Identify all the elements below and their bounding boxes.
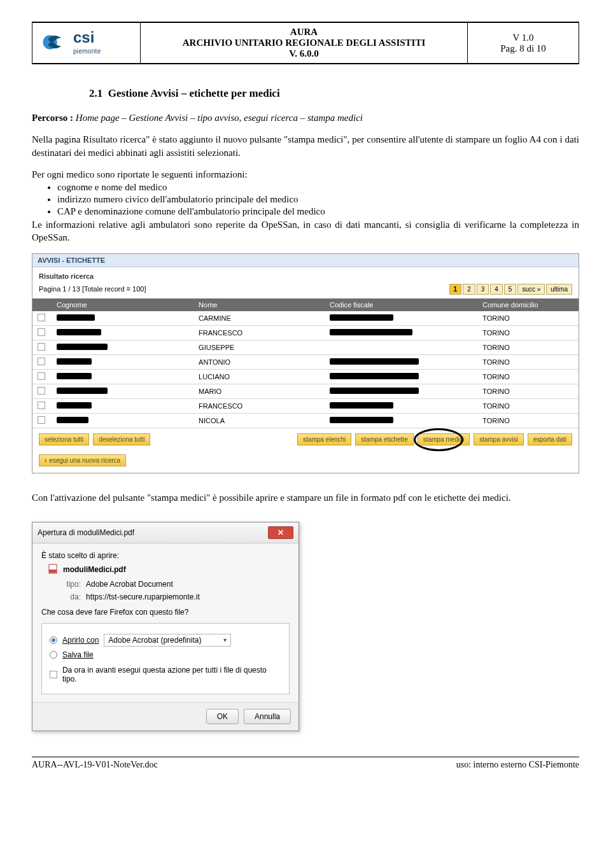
cell-nome: MARIO [193, 384, 325, 398]
cell-comune: TORINO [477, 340, 579, 354]
section-heading: 2.1 Gestione Avvisi – etichette per medi… [89, 87, 579, 100]
cell-comune: TORINO [477, 384, 579, 398]
stampa-avvisi-button[interactable]: stampa avvisi [474, 433, 524, 445]
radio-save-file[interactable] [50, 651, 57, 659]
dialog-title: Apertura di moduliMedici.pdf [38, 528, 134, 537]
esporta-dati-button[interactable]: esporta dati [528, 433, 572, 445]
pager-page[interactable]: 2 [463, 284, 475, 295]
cell-comune: TORINO [477, 369, 579, 384]
table-row: GIUSEPPETORINO [32, 340, 579, 354]
row-checkbox[interactable] [38, 328, 45, 336]
redacted-cognome [57, 358, 92, 365]
pager-page[interactable]: 4 [490, 284, 503, 295]
redacted-cognome [57, 373, 92, 379]
dialog-filename: moduliMedici.pdf [63, 565, 126, 574]
dialog-heading: È stato scelto di aprire: [41, 551, 290, 560]
screenshot-download-dialog: Apertura di moduliMedici.pdf ✕ È stato s… [32, 522, 299, 731]
stampa-elenchi-button[interactable]: stampa elenchi [297, 433, 351, 445]
header-title-2: ARCHIVIO UNITARIO REGIONALE DEGLI ASSIST… [147, 38, 461, 48]
header-version-cell: V 1.0 Pag. 8 di 10 [468, 23, 579, 64]
panel-title: AVVISI - ETICHETTE [32, 254, 579, 267]
close-icon[interactable]: ✕ [268, 526, 293, 539]
header-title-1: AURA [147, 27, 461, 38]
pager-next[interactable]: succ » [517, 284, 545, 295]
document-footer: AURA--AVL-19-V01-NoteVer.doc uso: intern… [32, 757, 579, 770]
new-search-button[interactable]: esegui una nuova ricerca [39, 454, 126, 466]
deselect-all-button[interactable]: deseleziona tutti [93, 433, 150, 445]
csi-logo-icon [39, 31, 69, 55]
radio-open-with[interactable] [50, 636, 57, 644]
footer-right: uso: interno esterno CSI-Piemonte [456, 760, 579, 770]
pager-page[interactable]: 1 [449, 284, 462, 295]
paragraph-3: Le informazioni relative agli ambulatori… [32, 218, 579, 244]
table-row: FRANCESCOTORINO [32, 398, 579, 413]
pdf-icon [48, 564, 58, 576]
row-checkbox[interactable] [38, 358, 45, 365]
col-checkbox [32, 298, 52, 311]
redacted-codice-fiscale [330, 314, 393, 321]
row-checkbox[interactable] [38, 416, 45, 424]
table-row: NICOLATORINO [32, 413, 579, 428]
page-count-info: Pagina 1 / 13 [Totale record = 100] [39, 285, 146, 293]
table-row: MARIOTORINO [32, 384, 579, 398]
row-checkbox[interactable] [38, 402, 45, 409]
redacted-codice-fiscale [330, 329, 412, 335]
ok-button[interactable]: OK [206, 709, 239, 724]
svg-rect-1 [49, 570, 57, 573]
redacted-codice-fiscale [330, 417, 393, 423]
panel-subtitle: Risultato ricerca [32, 267, 579, 281]
col-nome: Nome [193, 298, 325, 311]
header-title-cell: AURA ARCHIVIO UNITARIO REGIONALE DEGLI A… [141, 23, 468, 64]
row-checkbox[interactable] [38, 372, 45, 380]
redacted-cognome [57, 417, 88, 423]
logo-subtext: piemonte [73, 48, 101, 55]
open-with-label: Aprirlo con [62, 636, 99, 645]
paragraph-2: Per ogni medico sono riportate le seguen… [32, 168, 579, 181]
stampa-etichette-button[interactable]: stampa etichette [355, 433, 413, 445]
cell-comune: TORINO [477, 325, 579, 340]
pager-page[interactable]: 5 [504, 284, 517, 295]
redacted-cognome [57, 344, 108, 350]
cell-nome: NICOLA [193, 413, 325, 428]
header-version: V 1.0 [474, 32, 572, 43]
redacted-cognome [57, 402, 92, 409]
list-item: cognome e nome del medico [57, 182, 579, 193]
cell-comune: TORINO [477, 354, 579, 369]
save-file-label: Salva file [62, 650, 94, 659]
table-row: FRANCESCOTORINO [32, 325, 579, 340]
open-with-combo[interactable]: Adobe Acrobat (predefinita) [104, 634, 231, 647]
results-table: Cognome Nome Codice fiscale Comune domic… [32, 298, 579, 428]
redacted-cognome [57, 388, 108, 394]
logo-text: csi [73, 29, 94, 46]
cell-nome: LUCIANO [193, 369, 325, 384]
redacted-codice-fiscale [330, 373, 419, 379]
row-checkbox[interactable] [38, 387, 45, 395]
percorso-line: Percorso : Home page – Gestione Avvisi –… [32, 111, 579, 124]
paragraph-1: Nella pagina Risultato ricerca" è stato … [32, 133, 579, 159]
tipo-label: tipo: [58, 580, 81, 589]
row-checkbox[interactable] [38, 343, 45, 351]
cell-nome: ANTONIO [193, 354, 325, 369]
list-item: indirizzo numero civico dell'ambulatorio… [57, 194, 579, 205]
pager-page[interactable]: 3 [477, 284, 489, 295]
info-bullet-list: cognome e nome del medico indirizzo nume… [57, 182, 579, 217]
cell-comune: TORINO [477, 311, 579, 326]
stampa-medici-button[interactable]: stampa medici [418, 433, 470, 445]
redacted-codice-fiscale [330, 402, 393, 409]
table-row: ANTONIOTORINO [32, 354, 579, 369]
row-checkbox[interactable] [38, 314, 45, 321]
cell-nome: GIUSEPPE [193, 340, 325, 354]
screenshot-avvisi-etichette: AVVISI - ETICHETTE Risultato ricerca Pag… [32, 253, 579, 473]
cell-nome: FRANCESCO [193, 398, 325, 413]
document-header: csi piemonte AURA ARCHIVIO UNITARIO REGI… [32, 22, 579, 64]
select-all-button[interactable]: seleziona tutti [39, 433, 89, 445]
col-comune: Comune domicilio [477, 298, 579, 311]
redacted-cognome [57, 314, 95, 321]
cancel-button[interactable]: Annulla [244, 709, 291, 724]
cell-nome: CARMINE [193, 311, 325, 326]
remember-checkbox[interactable] [50, 671, 57, 678]
remember-label: Da ora in avanti esegui questa azione pe… [62, 666, 281, 683]
da-value: https://tst-secure.ruparpiemonte.it [86, 592, 200, 601]
pager-last[interactable]: ultima [546, 284, 572, 295]
table-row: LUCIANOTORINO [32, 369, 579, 384]
